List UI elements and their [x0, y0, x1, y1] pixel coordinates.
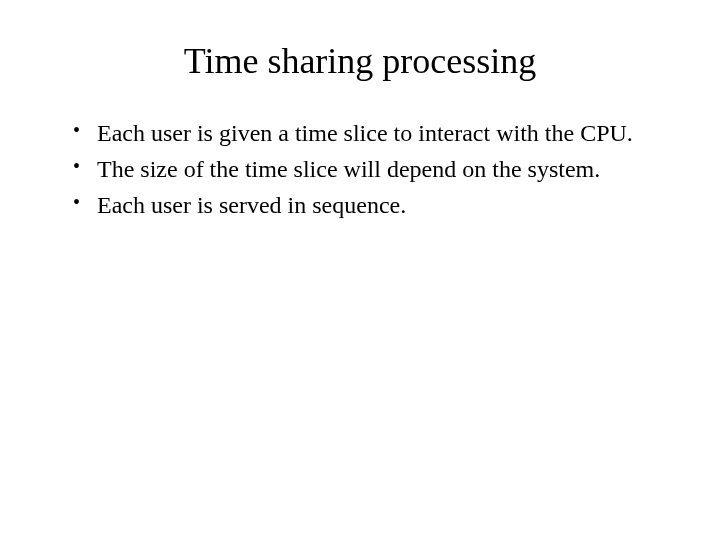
bullet-item: Each user is given a time slice to inter…: [55, 118, 665, 148]
bullet-item: The size of the time slice will depend o…: [55, 154, 665, 184]
bullet-item: Each user is served in sequence.: [55, 190, 665, 220]
bullet-list: Each user is given a time slice to inter…: [55, 118, 665, 220]
slide-title: Time sharing processing: [55, 40, 665, 82]
